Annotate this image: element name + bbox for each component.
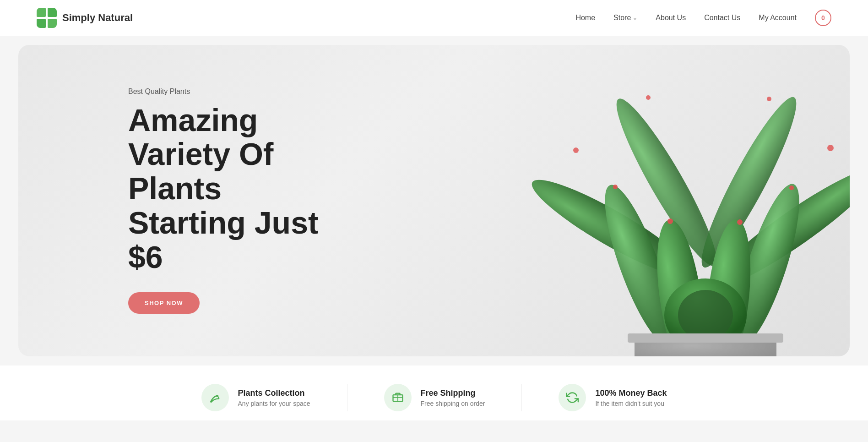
hero-subtitle: Best Quality Plants [128, 87, 339, 96]
plants-collection-icon-wrap [201, 384, 229, 411]
box-icon [391, 391, 404, 404]
hero-section: Best Quality Plants Amazing Variety Of P… [18, 45, 850, 356]
svg-point-14 [667, 218, 673, 224]
cart-button[interactable]: 0 [815, 10, 831, 26]
nav-item-about[interactable]: About Us [656, 14, 686, 22]
logo-icon [37, 8, 57, 28]
plants-collection-desc: Any plants for your space [238, 400, 310, 407]
brand-name: Simply Natural [62, 12, 133, 24]
refresh-icon [566, 391, 579, 404]
svg-point-4 [573, 147, 579, 153]
hero-title: Amazing Variety Of Plants Starting Just … [128, 103, 339, 274]
leaf-icon [209, 391, 222, 404]
hero-plant-illustration [438, 45, 850, 356]
svg-point-15 [737, 219, 743, 225]
nav-link-home[interactable]: Home [575, 14, 595, 22]
logo-area[interactable]: Simply Natural [37, 8, 133, 28]
feature-free-shipping: Free Shipping Free shipping on order [347, 384, 522, 411]
chevron-down-icon: ⌄ [633, 15, 637, 21]
plants-collection-text: Plants Collection Any plants for your sp… [238, 388, 310, 407]
navbar: Simply Natural Home Store ⌄ About Us Con… [0, 0, 868, 36]
svg-point-10 [613, 185, 618, 189]
svg-point-17 [678, 290, 733, 340]
free-shipping-text: Free Shipping Free shipping on order [421, 388, 485, 407]
nav-links: Home Store ⌄ About Us Contact Us My Acco… [575, 10, 831, 26]
plants-collection-title: Plants Collection [238, 388, 310, 398]
svg-point-6 [646, 95, 651, 100]
svg-point-7 [767, 97, 771, 101]
feature-plants-collection: Plants Collection Any plants for your sp… [165, 384, 347, 411]
free-shipping-title: Free Shipping [421, 388, 485, 398]
nav-link-account[interactable]: My Account [759, 14, 797, 22]
svg-point-11 [789, 186, 794, 190]
nav-item-contact[interactable]: Contact Us [704, 14, 740, 22]
svg-point-5 [827, 145, 834, 151]
free-shipping-icon-wrap [384, 384, 412, 411]
hero-content: Best Quality Plants Amazing Variety Of P… [18, 87, 339, 314]
feature-money-back: 100% Money Back If the item didn't suit … [522, 384, 703, 411]
shop-now-button[interactable]: SHOP NOW [128, 292, 200, 314]
money-back-icon-wrap [559, 384, 586, 411]
nav-item-store[interactable]: Store ⌄ [613, 14, 637, 22]
cart-icon[interactable]: 0 [815, 10, 831, 26]
money-back-text: 100% Money Back If the item didn't suit … [595, 388, 667, 407]
free-shipping-desc: Free shipping on order [421, 400, 485, 407]
nav-item-account[interactable]: My Account [759, 14, 797, 22]
money-back-title: 100% Money Back [595, 388, 667, 398]
nav-link-about[interactable]: About Us [656, 14, 686, 22]
nav-link-store[interactable]: Store ⌄ [613, 14, 637, 22]
nav-item-home[interactable]: Home [575, 14, 595, 22]
money-back-desc: If the item didn't suit you [595, 400, 667, 407]
svg-rect-19 [628, 333, 783, 343]
features-bar: Plants Collection Any plants for your sp… [0, 366, 868, 420]
nav-link-contact[interactable]: Contact Us [704, 14, 740, 22]
